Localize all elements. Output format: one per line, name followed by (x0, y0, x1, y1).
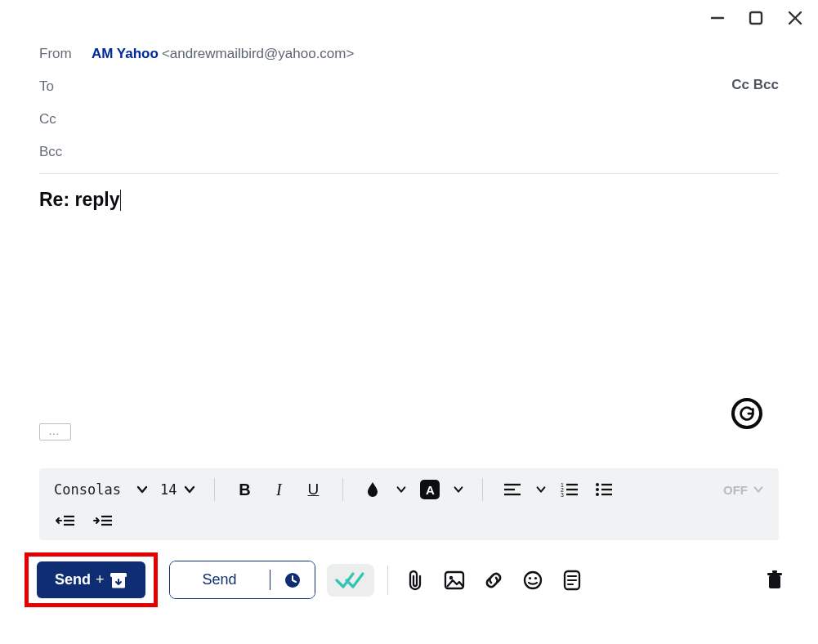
font-family-select[interactable]: Consolas (54, 481, 149, 498)
indent-button[interactable] (92, 509, 114, 532)
text-highlight-icon: A (420, 480, 440, 499)
outdent-icon (56, 514, 75, 527)
font-size-select[interactable]: 14 (160, 481, 196, 498)
font-family-value: Consolas (54, 481, 121, 498)
insert-template-button[interactable] (558, 566, 586, 594)
svg-point-17 (596, 493, 599, 496)
insert-image-button[interactable] (440, 566, 468, 594)
link-icon (483, 570, 504, 591)
svg-point-28 (449, 575, 452, 579)
svg-point-29 (525, 572, 541, 588)
from-row[interactable]: From AM Yahoo <andrewmailbird@yahoo.com> (39, 38, 779, 70)
align-button[interactable] (501, 478, 524, 501)
numbered-list-icon: 123 (561, 482, 579, 497)
text-color-button[interactable] (361, 478, 384, 501)
to-row[interactable]: To Cc Bcc (39, 70, 779, 103)
to-label: To (39, 78, 92, 95)
toolbar-separator (342, 478, 343, 501)
indent-icon (93, 514, 113, 527)
font-size-value: 14 (160, 481, 177, 498)
text-cursor (120, 190, 121, 211)
ink-drop-icon (365, 481, 380, 498)
svg-point-30 (528, 576, 530, 579)
align-left-icon (503, 482, 521, 497)
from-label: From (39, 46, 92, 62)
send-split-button: Send (169, 561, 315, 599)
cc-bcc-toggle[interactable]: Cc Bcc (731, 77, 779, 93)
chevron-down-icon[interactable] (535, 484, 547, 495)
image-icon (444, 570, 465, 590)
svg-point-15 (596, 488, 599, 491)
read-receipt-button[interactable] (327, 564, 374, 597)
svg-point-13 (596, 483, 599, 486)
insert-emoji-button[interactable] (519, 566, 547, 594)
show-trimmed-content-button[interactable]: … (39, 423, 71, 441)
svg-rect-37 (767, 573, 782, 575)
italic-button[interactable]: I (267, 478, 290, 501)
template-icon (562, 570, 582, 591)
bold-button[interactable]: B (233, 478, 256, 501)
formatting-toolbar: Consolas 14 B I U A (39, 468, 779, 540)
chevron-down-icon (136, 483, 149, 496)
svg-rect-36 (769, 575, 780, 588)
header-divider (39, 173, 779, 174)
subject-field[interactable]: Re: reply (39, 189, 121, 211)
paperclip-icon (406, 570, 424, 591)
formatting-off-toggle[interactable]: OFF (723, 483, 764, 497)
bullet-list-button[interactable] (592, 478, 615, 501)
chevron-down-icon[interactable] (453, 484, 464, 495)
minimize-button[interactable] (710, 11, 725, 25)
emoji-icon (522, 570, 543, 591)
send-archive-label: Send (55, 571, 91, 588)
cc-toggle[interactable]: Cc (731, 77, 749, 92)
svg-text:3: 3 (561, 492, 564, 497)
send-button[interactable]: Send (170, 561, 270, 598)
insert-link-button[interactable] (480, 566, 507, 594)
chevron-down-icon (753, 484, 764, 495)
schedule-send-button[interactable] (270, 561, 315, 598)
archive-icon (110, 572, 127, 588)
underline-button[interactable]: U (302, 478, 324, 501)
plus-sign: + (96, 571, 105, 588)
svg-rect-25 (110, 573, 127, 577)
outdent-button[interactable] (54, 509, 77, 532)
bcc-row[interactable]: Bcc (39, 136, 779, 168)
chevron-down-icon (183, 483, 196, 496)
numbered-list-button[interactable]: 123 (558, 478, 581, 501)
compose-header: From AM Yahoo <andrewmailbird@yahoo.com>… (0, 0, 818, 211)
cc-row[interactable]: Cc (39, 103, 779, 136)
clock-icon (284, 571, 302, 589)
bullet-list-icon (595, 482, 613, 497)
text-highlight-button[interactable]: A (418, 478, 441, 501)
maximize-button[interactable] (748, 10, 764, 26)
from-account-name: AM Yahoo (92, 46, 159, 62)
send-action-bar: Send + Send (25, 552, 789, 607)
attach-file-button[interactable] (401, 566, 429, 594)
double-check-icon (335, 570, 366, 590)
subject-text: Re: reply (39, 189, 119, 210)
grammarly-icon[interactable] (731, 398, 762, 429)
chevron-down-icon[interactable] (396, 484, 407, 495)
toolbar-separator (214, 478, 215, 501)
bcc-label: Bcc (39, 144, 92, 160)
svg-rect-1 (750, 12, 762, 24)
discard-draft-button[interactable] (761, 566, 789, 594)
svg-rect-38 (772, 570, 777, 573)
send-and-archive-button[interactable]: Send + (37, 561, 145, 598)
trash-icon (766, 570, 784, 591)
toolbar-separator (482, 478, 483, 501)
off-label: OFF (723, 483, 748, 497)
from-account-email: <andrewmailbird@yahoo.com> (162, 46, 355, 62)
action-separator (387, 566, 388, 595)
annotation-highlight: Send + (25, 552, 158, 607)
close-button[interactable] (787, 10, 803, 26)
send-label: Send (203, 571, 237, 588)
cc-label: Cc (39, 111, 92, 127)
bcc-toggle[interactable]: Bcc (753, 77, 779, 92)
svg-point-31 (534, 576, 536, 579)
